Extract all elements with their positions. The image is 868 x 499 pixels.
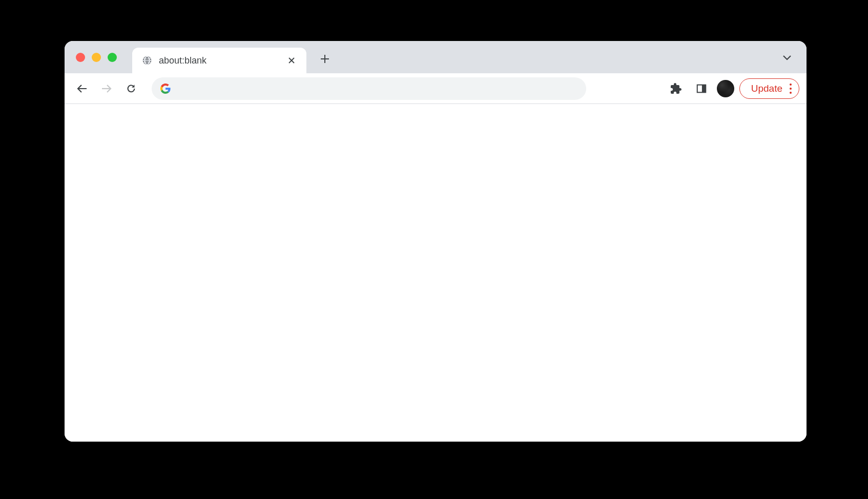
toolbar: Update: [65, 73, 807, 104]
globe-icon: [141, 55, 153, 66]
tabs-dropdown-button[interactable]: [779, 49, 795, 66]
update-button[interactable]: Update: [739, 78, 799, 99]
puzzle-icon: [670, 82, 682, 95]
tab-close-button[interactable]: [286, 55, 297, 66]
side-panel-button[interactable]: [691, 78, 712, 99]
window-controls: [76, 53, 117, 62]
page-content: [65, 104, 807, 442]
new-tab-button[interactable]: [316, 50, 334, 68]
profile-avatar-button[interactable]: [717, 80, 734, 97]
back-button[interactable]: [72, 78, 92, 99]
browser-window: about:blank: [65, 41, 807, 442]
window-close-button[interactable]: [76, 53, 85, 62]
tab-title: about:blank: [159, 55, 286, 66]
google-icon: [160, 83, 171, 94]
address-bar[interactable]: [152, 77, 586, 100]
extensions-button[interactable]: [666, 78, 686, 99]
update-label: Update: [751, 83, 782, 94]
arrow-left-icon: [76, 82, 88, 95]
tab-bar: about:blank: [65, 41, 807, 73]
reload-button[interactable]: [121, 78, 141, 99]
side-panel-icon: [696, 83, 707, 94]
arrow-right-icon: [100, 82, 113, 95]
window-maximize-button[interactable]: [108, 53, 117, 62]
address-input[interactable]: [177, 84, 578, 94]
forward-button[interactable]: [96, 78, 117, 99]
toolbar-right: Update: [666, 78, 799, 99]
plus-icon: [320, 54, 329, 64]
svg-rect-10: [702, 85, 706, 92]
close-icon: [288, 57, 295, 64]
tab-active[interactable]: about:blank: [132, 48, 306, 73]
kebab-menu-icon: [790, 84, 792, 94]
chevron-down-icon: [782, 54, 792, 60]
reload-icon: [126, 83, 137, 94]
window-minimize-button[interactable]: [92, 53, 101, 62]
svg-rect-1: [143, 60, 152, 61]
